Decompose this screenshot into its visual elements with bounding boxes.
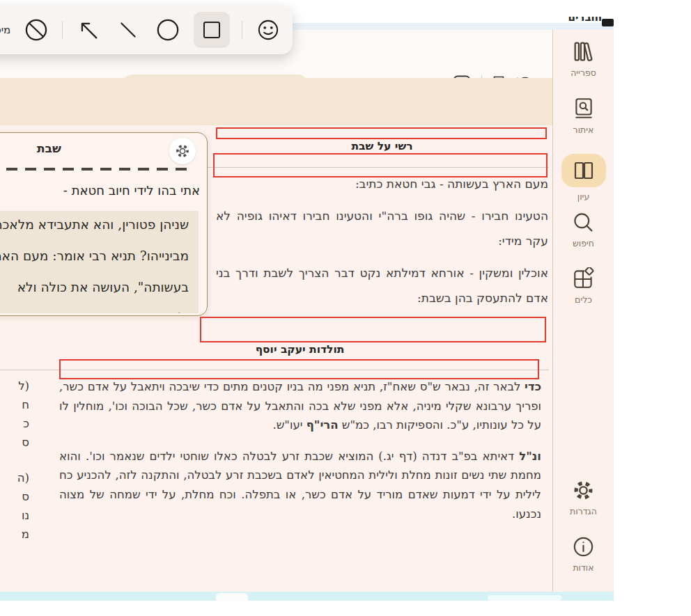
sidebar-item-about[interactable]: אודות [572, 535, 595, 573]
search-icon [572, 211, 595, 234]
sidebar-item-label: אודות [573, 562, 593, 573]
window-title-fragment: חוברים [560, 17, 602, 28]
toldot-paragraph-1: כדי לבאר זה, נבאר ש"ס שאח"ז, תניא מפני מ… [59, 377, 541, 435]
rashi-paragraph: הטעינו חבירו - שהיה גופו ברה"י והטעינו ח… [216, 203, 548, 253]
toldot-p2-body: דאיתא בפ"ב דנדה (דף יג.) המוציא שכבת זרע… [59, 450, 541, 521]
taskbar-item[interactable] [216, 593, 248, 601]
sidebar-item-settings[interactable]: הגדרות [570, 479, 597, 516]
margin-fragment: ס [1, 436, 29, 449]
smiley-icon[interactable] [254, 16, 282, 44]
sidebar-item-locate[interactable]: איתור [573, 97, 595, 135]
annotation-rect-3 [200, 317, 546, 342]
sidebar-item-label: איתור [573, 125, 594, 135]
margin-fragment: ס [1, 490, 29, 503]
margin-fragment: נו [1, 509, 29, 522]
toldot-p2-lead: ונ"ל [519, 450, 541, 463]
toldot-section-title: תולדות יעקב יוסף [59, 343, 541, 356]
settings-icon [572, 479, 595, 502]
toolbar-divider [62, 21, 63, 39]
sidebar-item-tools[interactable]: כלים [572, 267, 596, 305]
margin-fragment: כ [1, 417, 29, 430]
sidebar-item-label: הגדרות [570, 506, 597, 516]
sidebar-item-label: חיפוש [573, 238, 594, 248]
sidebar-item-library[interactable]: ספרייה [570, 40, 596, 78]
sidebar-nav: ספרייה איתור עיון חיפוש כ [552, 30, 614, 592]
annotation-toolbar: מיס [0, 6, 293, 54]
taskbar-item[interactable] [488, 595, 561, 601]
annotation-rect-2 [213, 153, 548, 177]
panel-highlighted-block[interactable]: שניהן פטורין, והא אתעבידא מלאכה מבינייהו… [0, 211, 199, 313]
toldot-paragraph-2: ונ"ל דאיתא בפ"ב דנדה (דף יג.) המוציא שכב… [59, 447, 541, 523]
shabbat-popup-panel: שבת אתי בהו לידי חיוב חטאת - שניהן פטורי… [0, 132, 208, 316]
block-icon[interactable] [22, 16, 50, 44]
panel-block-line: ולא העושה את מקצתה, ואמאי [20, 310, 189, 313]
panel-clipped-text-line [6, 168, 189, 171]
annotation-rect-4 [59, 359, 539, 379]
rashi-paragraph: אוכלין ומשקין - אורחא דמילתא נקט דבר הצר… [216, 260, 548, 310]
circle-icon[interactable] [154, 16, 182, 44]
book-search-icon [573, 97, 595, 120]
margin-fragment: (ה [1, 471, 29, 484]
window-title-blob [602, 19, 614, 26]
rashi-section-title: רשי על שבת [216, 140, 548, 152]
window-title-fragment-text: חוברים [568, 17, 603, 24]
toldot-p1-lead: כדי [525, 380, 541, 393]
margin-fragment: מ [1, 528, 29, 541]
annotation-rect-1 [216, 127, 547, 139]
panel-block-line: מבינייהו? תניא רבי אומר: מעם הארץ [0, 248, 189, 263]
margin-fragment: ח [1, 398, 29, 411]
library-icon [571, 40, 595, 63]
sidebar-item-label: כלים [575, 294, 592, 305]
panel-block-line: שניהן פטורין, והא אתעבידא מלאכה [0, 217, 189, 232]
line-icon[interactable] [114, 16, 142, 44]
toldot-p1-tail: יעו"ש. [272, 418, 306, 432]
sidebar-item-study[interactable]: עיון [561, 154, 606, 202]
toolbar-divider [242, 21, 242, 39]
gear-icon [175, 143, 190, 159]
rashi-text: מעם הארץ בעשותה - גבי חטאת כתיב: הטעינו … [216, 171, 548, 317]
open-book-icon [572, 160, 596, 181]
active-item-pill [561, 154, 606, 187]
tools-icon [572, 267, 596, 290]
toldot-p1-bold: הרי"ף [306, 418, 339, 432]
panel-settings-button[interactable] [169, 138, 196, 164]
sidebar-item-search[interactable]: חיפוש [572, 211, 595, 248]
panel-gemara-line: אתי בהו לידי חיוב חטאת - [63, 183, 200, 198]
panel-block-line: בעשותה", העושה את כולה ולא [17, 280, 189, 294]
square-icon[interactable] [194, 12, 230, 48]
sidebar-item-label: עיון [577, 191, 589, 202]
margin-fragment: (ל [1, 379, 29, 393]
arrow-icon[interactable] [75, 16, 102, 44]
toldot-text: כדי לבאר זה, נבאר ש"ס שאח"ז, תניא מפני מ… [59, 377, 541, 535]
annotation-toolbar-label: מיס [0, 24, 10, 36]
panel-title: שבת [37, 141, 61, 155]
sidebar-item-label: ספרייה [570, 68, 596, 78]
info-icon [572, 535, 595, 558]
reader-header: שבת, דף ג. [0, 78, 552, 125]
